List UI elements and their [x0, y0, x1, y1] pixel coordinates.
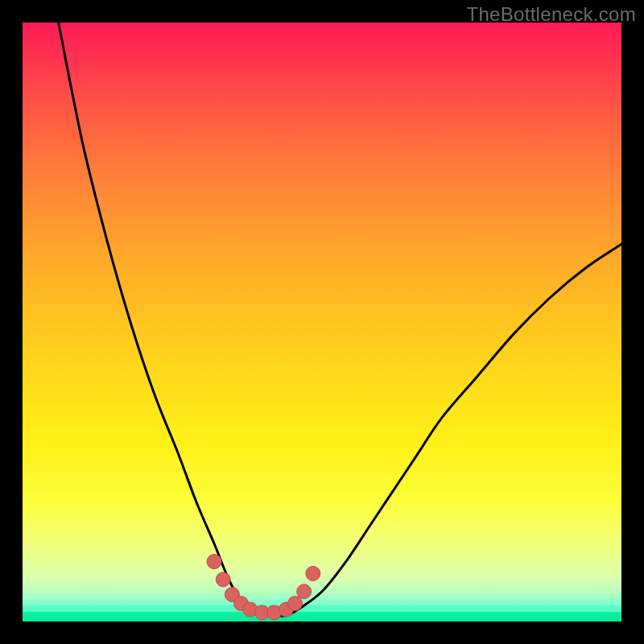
valley-marker	[216, 572, 230, 587]
valley-marker	[288, 597, 303, 611]
valley-marker	[306, 566, 320, 580]
plot-area	[23, 23, 621, 621]
watermark-text: TheBottleneck.com	[466, 3, 636, 26]
valley-marker-group	[207, 555, 320, 620]
curve-path	[59, 23, 621, 616]
bottleneck-curve-svg	[23, 23, 621, 621]
valley-marker	[207, 555, 221, 569]
valley-marker	[297, 584, 312, 599]
